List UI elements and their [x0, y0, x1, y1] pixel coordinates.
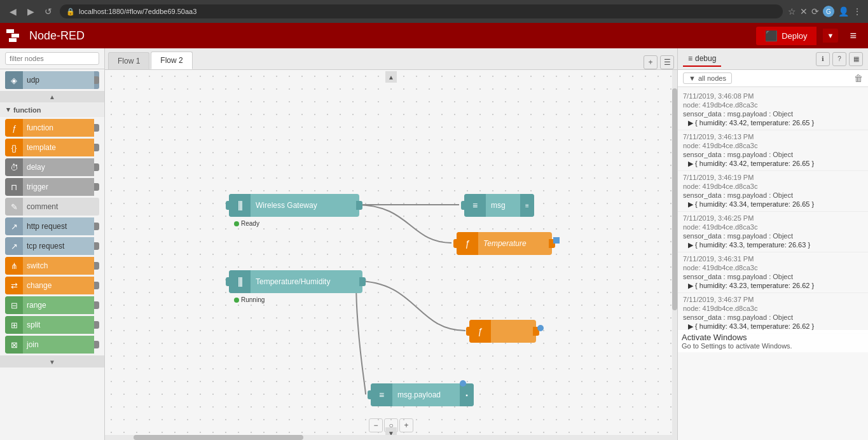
- sidebar-group-header-function[interactable]: ▾ function: [0, 102, 104, 117]
- msg-menu[interactable]: ≡: [520, 194, 534, 217]
- temp-port-left: [453, 239, 460, 248]
- flow-options-button[interactable]: ☰: [660, 55, 674, 69]
- msg-4-content[interactable]: ▶ { humidity: 43.23, temperature: 26.62 …: [683, 282, 863, 290]
- sidebar-item-split[interactable]: ⊞ split: [5, 316, 99, 334]
- sidebar-item-switch[interactable]: ⋔ switch: [5, 257, 99, 275]
- th-port-right: [359, 277, 366, 286]
- msg-2-header: 7/11/2019, 3:46:19 PM: [683, 174, 863, 181]
- trigger-label: trigger: [23, 178, 94, 196]
- msg-0-content[interactable]: ▶ { humidity: 43.42, temperature: 26.65 …: [683, 119, 863, 127]
- debug-info-button[interactable]: ℹ: [816, 52, 830, 66]
- debug-tab[interactable]: ≡ debug: [683, 52, 721, 67]
- url-bar[interactable]: 🔒 localhost:1880/#flow/7eddbe69.50aa3: [60, 4, 783, 18]
- debug-tab-label: debug: [695, 54, 716, 63]
- user-icon[interactable]: 👤: [838, 6, 849, 17]
- nr-menu-button[interactable]: ≡: [844, 26, 862, 46]
- canvas-node-temp-humidity[interactable]: ||| Temperature/Humidity Running: [229, 270, 362, 293]
- wg-label: Wireless Gateway: [251, 201, 359, 210]
- canvas-scrollbar-v[interactable]: [672, 70, 677, 440]
- deploy-button[interactable]: ⬛ Deploy: [756, 27, 816, 45]
- forward-button[interactable]: ▶: [24, 5, 37, 18]
- range-port: [94, 296, 99, 314]
- http-request-label: http request: [23, 217, 94, 235]
- url-text: localhost:1880/#flow/7eddbe69.50aa3: [79, 8, 196, 15]
- udp-label: udp: [23, 71, 94, 89]
- sidebar-item-udp[interactable]: ◈ udp: [5, 71, 99, 89]
- switch-label: switch: [23, 257, 94, 275]
- sidebar-item-join[interactable]: ⊠ join: [5, 336, 99, 354]
- debug-panel: ≡ debug ℹ ? ▦ ▼ all nodes 🗑 7/11/2019, 3…: [677, 48, 868, 440]
- star-icon[interactable]: ☆: [788, 6, 796, 17]
- back-button[interactable]: ◀: [6, 5, 19, 18]
- mp-menu[interactable]: ▪: [460, 383, 474, 406]
- close-icon[interactable]: ✕: [800, 6, 808, 17]
- search-input[interactable]: [5, 52, 99, 65]
- debug-filter-button[interactable]: ▼ all nodes: [683, 72, 732, 84]
- delay-port: [94, 158, 99, 176]
- canvas-node-msg-debug[interactable]: ≡ msg ≡: [464, 194, 534, 217]
- menu-dots-icon[interactable]: ⋮: [853, 6, 862, 17]
- msg-2-content[interactable]: ▶ { humidity: 43.34, temperature: 26.65 …: [683, 200, 863, 209]
- sidebar-item-template[interactable]: {} template: [5, 139, 99, 156]
- debug-clear-button[interactable]: 🗑: [854, 73, 863, 83]
- tab-flow2[interactable]: Flow 2: [151, 52, 192, 69]
- zoom-in-button[interactable]: +: [399, 418, 413, 432]
- msg-2-nodeid: node: 419db4ce.d8ca3c: [683, 182, 863, 190]
- canvas-node-temperature-func[interactable]: ƒ Temperature: [457, 232, 552, 255]
- uf-icon: ƒ: [469, 320, 491, 343]
- sidebar-item-http-request[interactable]: ↗ http request: [5, 217, 99, 235]
- msg-1-content[interactable]: ▶ { humidity: 43.42, temperature: 26.65 …: [683, 160, 863, 168]
- canvas-scroll-up[interactable]: ▲: [385, 71, 397, 83]
- msg-4-header: 7/11/2019, 3:46:31 PM: [683, 255, 863, 263]
- browser-actions: ☆ ✕ ⟳ G 👤 ⋮: [788, 6, 862, 17]
- msg-icon: ≡: [464, 194, 486, 217]
- uf-port-left: [466, 327, 472, 336]
- canvas-node-msg-payload[interactable]: ≡ msg.payload ▪: [371, 383, 474, 406]
- msg-3-content[interactable]: ▶ { humidity: 43.3, temperature: 26.63 }: [683, 241, 863, 249]
- msg-0-header: 7/11/2019, 3:46:08 PM: [683, 92, 863, 100]
- filter-label: all nodes: [698, 74, 726, 82]
- main-layout: ◈ udp ▲ ▾ function ƒ function {} temp: [0, 48, 868, 440]
- switch-icon: ⋔: [5, 257, 23, 275]
- deploy-dropdown-button[interactable]: ▼: [823, 29, 839, 43]
- browser-bar: ◀ ▶ ↺ 🔒 localhost:1880/#flow/7eddbe69.50…: [0, 0, 868, 23]
- function-label: function: [23, 119, 94, 137]
- sidebar-item-tcp-request[interactable]: ↗ tcp request: [5, 237, 99, 255]
- debug-help-button[interactable]: ?: [832, 52, 846, 66]
- tabs-bar: Flow 1 Flow 2 + ☰: [105, 48, 677, 70]
- sidebar-item-delay[interactable]: ⏱ delay: [5, 158, 99, 176]
- sidebar-item-change[interactable]: ⇄ change: [5, 277, 99, 294]
- sidebar-group-function: ▾ function ƒ function {} template ⏱ dela…: [0, 102, 104, 356]
- canvas[interactable]: ||| Wireless Gateway Ready ≡ msg ≡ ƒ Tem…: [105, 70, 677, 440]
- template-label: template: [23, 139, 94, 156]
- debug-chart-button[interactable]: ▦: [849, 52, 863, 66]
- sidebar-scroll-down[interactable]: ▼: [0, 356, 104, 368]
- template-icon: {}: [5, 139, 23, 156]
- zoom-out-button[interactable]: −: [369, 418, 383, 432]
- canvas-node-unnamed-func[interactable]: ƒ: [469, 320, 536, 343]
- nr-title: Node-RED: [29, 29, 85, 43]
- sidebar-item-comment[interactable]: ✎ comment: [5, 198, 99, 216]
- msg-5-nodeid: node: 419db4ce.d8ca3c: [683, 305, 863, 312]
- wg-icon: |||: [229, 194, 251, 217]
- canvas-node-wireless-gateway[interactable]: ||| Wireless Gateway Ready: [229, 194, 359, 217]
- deploy-icon: ⬛: [765, 30, 778, 42]
- sidebar-item-range[interactable]: ⊟ range: [5, 296, 99, 314]
- sidebar-scroll-up[interactable]: ▲: [0, 91, 104, 102]
- reload-button[interactable]: ↺: [42, 5, 55, 18]
- canvas-scrollbar-h[interactable]: [105, 435, 672, 440]
- tab-flow1[interactable]: Flow 1: [108, 52, 149, 69]
- wg-status-text: Ready: [241, 220, 259, 227]
- msg-5-path: sensor_data : msg.payload : Object: [683, 313, 863, 321]
- debug-messages: 7/11/2019, 3:46:08 PM node: 419db4ce.d8c…: [678, 87, 868, 440]
- sync-icon[interactable]: ⟳: [811, 6, 819, 17]
- mp-top-dot: [460, 380, 466, 387]
- msg-port-left: [461, 201, 467, 210]
- sidebar-item-function[interactable]: ƒ function: [5, 119, 99, 137]
- nr-logo: Node-RED: [6, 29, 85, 43]
- comment-label: comment: [23, 198, 99, 216]
- function-port: [94, 119, 99, 137]
- add-flow-button[interactable]: +: [644, 55, 658, 69]
- msg-3-header: 7/11/2019, 3:46:25 PM: [683, 214, 863, 222]
- sidebar-item-trigger[interactable]: ⊓ trigger: [5, 178, 99, 196]
